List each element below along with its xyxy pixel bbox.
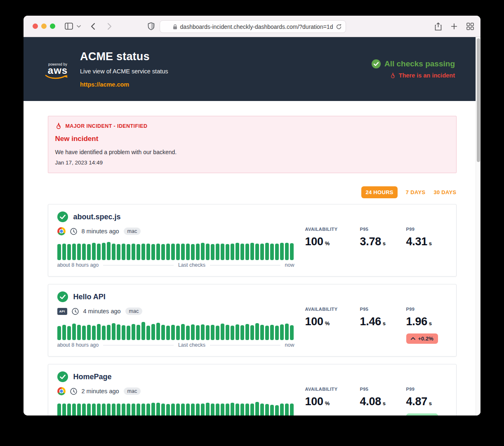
chart-bar bbox=[201, 243, 205, 260]
incident-banner: MAJOR INCIDENT - IDENTIFIED New incident… bbox=[48, 116, 457, 173]
chart-bar bbox=[122, 404, 125, 415]
chart-bar bbox=[156, 244, 160, 260]
chart-bar bbox=[211, 325, 214, 340]
chart-bar bbox=[77, 244, 81, 260]
scrollbar[interactable] bbox=[476, 37, 480, 415]
axis-end-label: now bbox=[285, 262, 294, 268]
chart-bar bbox=[290, 243, 294, 260]
chart-bar bbox=[260, 325, 264, 340]
chart-bar bbox=[245, 244, 249, 260]
scrollbar-thumb[interactable] bbox=[477, 38, 480, 162]
check-circle-icon bbox=[57, 371, 68, 382]
back-icon[interactable] bbox=[87, 20, 99, 33]
chart-bar bbox=[250, 243, 254, 260]
chart-bar bbox=[240, 244, 244, 260]
stat-availability: AVAILABILITY100% bbox=[305, 307, 360, 328]
stat-p95: P951.46s bbox=[360, 307, 406, 328]
chart-bar bbox=[82, 244, 86, 260]
chart-bar bbox=[132, 324, 135, 340]
chart-bar bbox=[67, 404, 71, 415]
check-circle-icon bbox=[372, 59, 381, 68]
sidebar-toggle-icon[interactable] bbox=[63, 20, 75, 33]
chart-bar bbox=[62, 244, 66, 260]
zoom-button[interactable] bbox=[50, 23, 55, 29]
address-bar[interactable]: dashboards-incident.checkly-dashboards.c… bbox=[160, 20, 346, 33]
tab-30-days[interactable]: 30 DAYS bbox=[433, 189, 456, 195]
status-passing: All checks passing bbox=[372, 59, 455, 68]
chart-bar bbox=[186, 404, 190, 415]
desktop-background: dashboards-incident.checkly-dashboards.c… bbox=[0, 0, 504, 446]
chart-bar bbox=[92, 326, 96, 340]
chart-bar bbox=[270, 325, 274, 340]
chart-bar bbox=[255, 244, 259, 260]
location-badge: mac bbox=[124, 387, 141, 395]
chart-bar bbox=[216, 326, 219, 340]
chart-bar bbox=[87, 404, 91, 415]
stat-p95: P954.08s bbox=[360, 387, 406, 408]
chart-bar bbox=[112, 244, 115, 260]
chart-bar bbox=[122, 325, 125, 340]
chart-bar bbox=[181, 244, 185, 260]
chart-bar bbox=[280, 243, 284, 260]
stat-p99: P991.96s bbox=[406, 307, 447, 328]
chart-bar bbox=[191, 324, 195, 340]
check-name: HomePage bbox=[73, 373, 112, 381]
chart-bar bbox=[137, 404, 140, 415]
chart-bar bbox=[87, 325, 91, 340]
check-circle-icon bbox=[57, 211, 68, 222]
chart-bar bbox=[265, 326, 269, 340]
chevron-down-icon[interactable] bbox=[75, 20, 82, 33]
chart-bar bbox=[97, 404, 101, 415]
share-icon[interactable] bbox=[435, 22, 442, 31]
chart-bar bbox=[176, 404, 180, 415]
chart-bar bbox=[196, 404, 200, 415]
tab-overview-icon[interactable] bbox=[466, 23, 474, 30]
incident-state-label: MAJOR INCIDENT - IDENTIFIED bbox=[66, 123, 148, 129]
forward-icon[interactable] bbox=[103, 20, 115, 33]
stat-availability: AVAILABILITY100% bbox=[305, 227, 360, 248]
check-name: about.spec.js bbox=[73, 213, 121, 221]
chart-bar bbox=[250, 404, 254, 415]
chart-bar bbox=[82, 404, 86, 415]
stat-value: 4.87s bbox=[406, 395, 447, 408]
chart-bar bbox=[250, 325, 254, 340]
chart-bar bbox=[112, 323, 115, 340]
privacy-shield-icon[interactable] bbox=[145, 20, 157, 33]
minimize-button[interactable] bbox=[41, 23, 47, 29]
reload-icon[interactable] bbox=[336, 23, 342, 30]
tab-24-hours[interactable]: 24 HOURS bbox=[361, 186, 397, 198]
chart-bar bbox=[290, 404, 294, 415]
chart-bar bbox=[285, 243, 289, 260]
stat-label: P95 bbox=[360, 227, 406, 232]
close-button[interactable] bbox=[33, 23, 38, 29]
chart-bar bbox=[77, 404, 81, 415]
check-card: about.spec.js API 8 minutes ago mac abou… bbox=[48, 204, 457, 277]
chart-bar bbox=[171, 325, 175, 340]
chart-bar bbox=[117, 244, 120, 260]
stat-p99: P994.31s bbox=[406, 227, 447, 248]
status-incident[interactable]: There is an incident bbox=[372, 72, 455, 79]
incident-timestamp: Jan 17, 2023 14:49 bbox=[55, 160, 449, 166]
chart-bar bbox=[141, 404, 145, 415]
chart-bar bbox=[137, 325, 140, 340]
chart-bar bbox=[166, 326, 170, 340]
clock-icon bbox=[70, 228, 77, 235]
chart-bar bbox=[67, 244, 71, 260]
stat-label: P95 bbox=[360, 387, 406, 392]
chart-bar bbox=[141, 244, 145, 260]
chart-bar bbox=[97, 244, 101, 260]
tab-7-days[interactable]: 7 DAYS bbox=[406, 189, 426, 195]
chart-bar bbox=[176, 244, 180, 260]
chart-bar bbox=[166, 244, 170, 260]
chart-bar bbox=[231, 403, 234, 415]
clock-icon bbox=[72, 308, 79, 315]
site-link[interactable]: https://acme.com bbox=[80, 81, 129, 88]
new-tab-icon[interactable] bbox=[451, 23, 457, 30]
chart-bar bbox=[156, 323, 160, 340]
chart-bar bbox=[275, 326, 279, 340]
chart-bar bbox=[107, 404, 111, 415]
axis-start-label: about 8 hours ago bbox=[57, 262, 99, 268]
chart-bar bbox=[146, 244, 150, 260]
chart-bar bbox=[231, 244, 234, 260]
chart-bar bbox=[226, 404, 229, 415]
